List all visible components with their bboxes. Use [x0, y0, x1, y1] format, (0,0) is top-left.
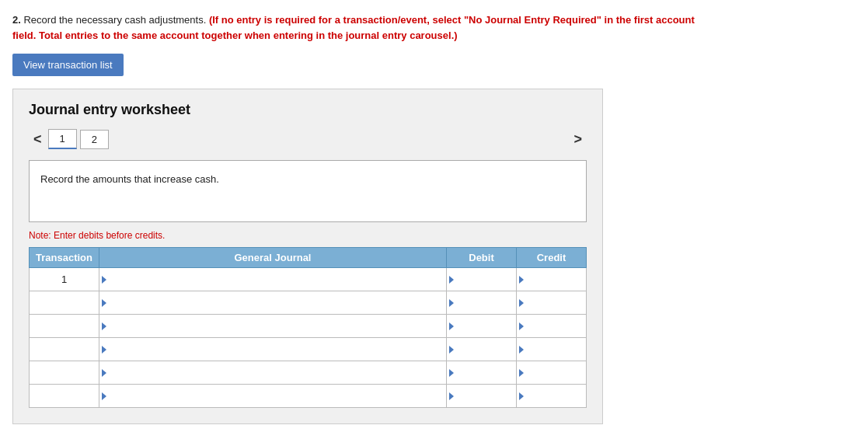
cell-debit[interactable]: [447, 268, 517, 291]
step-number: 2.: [12, 14, 21, 26]
cell-debit[interactable]: [447, 291, 517, 315]
cell-indicator-icon: [449, 346, 454, 354]
carousel-prev-button[interactable]: <: [29, 130, 47, 149]
cell-indicator-icon: [519, 346, 524, 354]
worksheet-title: Journal entry worksheet: [29, 102, 587, 118]
carousel-nav: < 1 2 >: [29, 129, 587, 149]
col-header-transaction: Transaction: [30, 248, 99, 268]
cell-indicator-icon: [519, 392, 524, 400]
cell-indicator-icon: [102, 346, 106, 354]
cell-transaction: [30, 291, 99, 315]
note-text: Note: Enter debits before credits.: [29, 230, 587, 241]
cell-indicator-icon: [102, 299, 106, 307]
worksheet-container: Journal entry worksheet < 1 2 > Record t…: [12, 89, 603, 424]
cell-credit[interactable]: [517, 385, 587, 408]
cell-transaction: [30, 338, 99, 361]
cell-debit[interactable]: [447, 338, 517, 361]
journal-table: Transaction General Journal Debit Credit…: [29, 247, 587, 408]
cell-journal[interactable]: [99, 338, 447, 361]
cell-indicator-icon: [449, 369, 454, 377]
cell-indicator-icon: [449, 392, 454, 400]
cell-indicator-icon: [519, 299, 524, 307]
cell-indicator-icon: [102, 322, 106, 330]
cell-credit[interactable]: [517, 338, 587, 361]
table-row: [30, 315, 587, 338]
carousel-next-button[interactable]: >: [569, 130, 587, 149]
cell-transaction: [30, 361, 99, 385]
cell-debit[interactable]: [447, 315, 517, 338]
cell-credit[interactable]: [517, 315, 587, 338]
cell-indicator-icon: [449, 322, 454, 330]
table-row: [30, 361, 587, 385]
col-header-credit: Credit: [517, 248, 587, 268]
cell-transaction: [30, 385, 99, 408]
cell-indicator-icon: [519, 322, 524, 330]
table-row: 1: [30, 268, 587, 291]
cell-debit[interactable]: [447, 385, 517, 408]
instruction-block: 2. Record the necessary cash adjustments…: [12, 12, 712, 43]
cell-journal[interactable]: [99, 361, 447, 385]
cell-debit[interactable]: [447, 361, 517, 385]
cell-journal[interactable]: [99, 291, 447, 315]
col-header-journal: General Journal: [99, 248, 447, 268]
col-header-debit: Debit: [447, 248, 517, 268]
cell-credit[interactable]: [517, 361, 587, 385]
carousel-tab-1[interactable]: 1: [48, 129, 77, 149]
cell-journal[interactable]: [99, 315, 447, 338]
instruction-main: Record the necessary cash adjustments.: [23, 14, 208, 26]
cell-journal[interactable]: [99, 268, 447, 291]
cell-credit[interactable]: [517, 291, 587, 315]
description-box: Record the amounts that increase cash.: [29, 160, 587, 222]
description-text: Record the amounts that increase cash.: [40, 173, 219, 185]
carousel-tab-2[interactable]: 2: [80, 130, 109, 149]
cell-transaction: 1: [30, 268, 99, 291]
cell-indicator-icon: [449, 276, 454, 284]
cell-transaction: [30, 315, 99, 338]
table-row: [30, 338, 587, 361]
view-transaction-list-button[interactable]: View transaction list: [12, 54, 124, 76]
cell-credit[interactable]: [517, 268, 587, 291]
cell-indicator-icon: [102, 392, 106, 400]
cell-indicator-icon: [102, 369, 106, 377]
cell-indicator-icon: [449, 299, 454, 307]
cell-indicator-icon: [519, 369, 524, 377]
table-row: [30, 291, 587, 315]
cell-indicator-icon: [519, 276, 524, 284]
table-row: [30, 385, 587, 408]
cell-indicator-icon: [102, 276, 106, 284]
cell-journal[interactable]: [99, 385, 447, 408]
